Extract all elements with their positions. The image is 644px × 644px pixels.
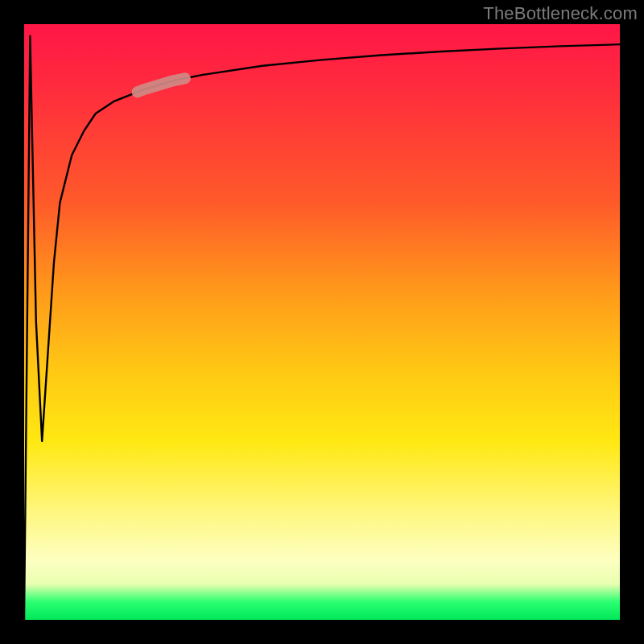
plot-area xyxy=(24,24,620,620)
bottleneck-curve xyxy=(24,36,620,620)
curve-layer xyxy=(24,24,620,620)
highlight-segment xyxy=(138,78,185,92)
chart-stage: TheBottleneck.com xyxy=(0,0,644,644)
watermark-text: TheBottleneck.com xyxy=(483,3,638,24)
